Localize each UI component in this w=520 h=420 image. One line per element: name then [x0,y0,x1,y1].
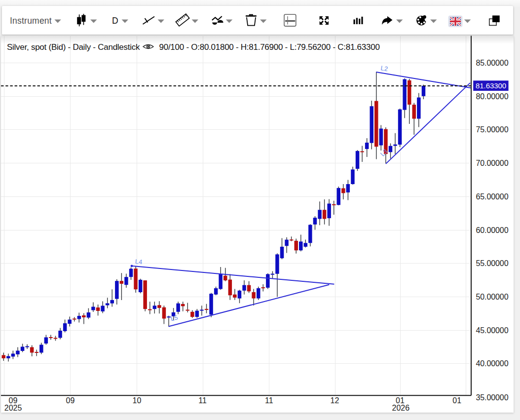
svg-text:70.00000: 70.00000 [476,159,509,167]
svg-text:80.00000: 80.00000 [476,92,509,101]
svg-text:75.00000: 75.00000 [476,125,509,134]
svg-text:35.00000: 35.00000 [476,393,509,401]
svg-text:50.00000: 50.00000 [476,293,509,301]
svg-text:12: 12 [331,396,339,404]
svg-text:L2: L2 [380,64,389,73]
svg-text:45.00000: 45.00000 [476,326,509,335]
svg-text:40.00000: 40.00000 [476,359,509,368]
svg-text:01: 01 [452,396,461,404]
svg-text:90/100 - O:80.01800 - H:81.769: 90/100 - O:80.01800 - H:81.76900 - L:79.… [159,42,380,51]
svg-text:65.00000: 65.00000 [476,192,509,201]
svg-text:L5: L5 [170,313,178,322]
svg-text:85.00000: 85.00000 [476,59,509,67]
svg-text:Silver, spot (Bid) - Daily - C: Silver, spot (Bid) - Daily - Candlestick [7,42,140,51]
svg-text:11: 11 [198,396,207,404]
svg-text:L4: L4 [135,258,143,266]
svg-text:55.00000: 55.00000 [476,259,509,267]
svg-text:11: 11 [265,396,273,404]
svg-text:2026: 2026 [392,404,410,412]
svg-text:2025: 2025 [4,404,22,412]
svg-text:81.63300: 81.63300 [476,81,506,89]
svg-text:09: 09 [66,396,75,404]
svg-text:D: D [112,16,118,26]
svg-text:60.00000: 60.00000 [476,226,509,234]
svg-text:10: 10 [133,396,142,404]
svg-text:Instrument: Instrument [10,16,52,26]
